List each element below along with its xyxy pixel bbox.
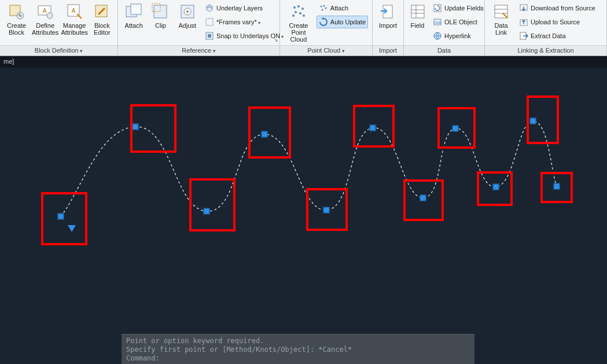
spline-grip[interactable] — [493, 184, 499, 190]
frames-vary-button[interactable]: *Frames vary* — [203, 16, 275, 28]
reference-dialog-launcher[interactable]: ↘ — [274, 37, 278, 43]
spline-grip[interactable] — [204, 208, 210, 215]
auto-update-button[interactable]: Auto Update — [317, 16, 368, 28]
frames-vary-label: *Frames vary* — [216, 19, 260, 25]
panel-title-reference[interactable]: Reference — [182, 47, 215, 54]
svg-point-27 — [323, 5, 325, 7]
underlay-layers-button[interactable]: Underlay Layers — [203, 2, 275, 14]
data-link-label: DataLink — [494, 22, 507, 36]
adjust-button[interactable]: Adjust — [174, 1, 201, 45]
auto-update-icon — [319, 17, 328, 27]
attach-button[interactable]: Attach — [120, 1, 147, 45]
snap-underlays-button[interactable]: Snap to Underlays ON — [203, 30, 275, 42]
panel-block-definition: ✎ CreateBlock A DefineAttributes A Manag… — [0, 0, 118, 56]
define-attributes-label: DefineAttributes — [32, 22, 58, 36]
svg-point-5 — [47, 13, 53, 19]
spline-grip[interactable] — [370, 125, 376, 131]
panel-title-data: Data — [437, 47, 451, 54]
hyperlink-icon — [433, 31, 442, 41]
pc-attach-label: Attach — [330, 5, 348, 12]
panel-linking: DataLink Download from Source Upload to … — [485, 0, 607, 56]
update-fields-button[interactable]: Update Fields — [431, 2, 480, 14]
create-point-cloud-label: CreatePoint Cloud — [284, 22, 314, 43]
update-fields-label: Update Fields — [444, 5, 484, 12]
svg-point-23 — [299, 12, 301, 14]
underlay-layers-icon — [205, 3, 214, 13]
ole-object-button[interactable]: OLE OLE Object — [431, 16, 480, 28]
cmd-history-1: Point or option keyword required. — [126, 337, 470, 345]
create-point-cloud-button[interactable]: CreatePoint Cloud — [282, 1, 315, 45]
hyperlink-button[interactable]: Hyperlink — [431, 30, 480, 42]
manage-attributes-label: ManageAttributes — [61, 22, 87, 36]
spline-grip[interactable] — [133, 124, 139, 130]
svg-point-20 — [297, 5, 300, 8]
drawing-tab-label: me] — [3, 58, 14, 65]
field-label: Field — [411, 22, 425, 29]
download-icon — [519, 3, 528, 13]
hyperlink-label: Hyperlink — [444, 32, 471, 39]
clip-button[interactable]: Clip — [147, 1, 174, 45]
data-link-icon — [492, 2, 510, 21]
field-icon — [409, 2, 427, 21]
import-icon — [379, 2, 398, 21]
create-block-button[interactable]: ✎ CreateBlock — [2, 1, 31, 45]
panel-title-linking: Linking & Extraction — [517, 47, 573, 54]
upload-icon — [519, 17, 528, 27]
adjust-icon — [178, 2, 197, 21]
import-label: Import — [379, 22, 397, 29]
field-button[interactable]: Field — [406, 1, 429, 45]
manage-attributes-icon: A — [65, 2, 84, 21]
drawing-canvas[interactable] — [0, 68, 607, 364]
spline-grip[interactable] — [420, 195, 426, 201]
drawing-tab[interactable]: me] — [0, 56, 607, 68]
annotation-box — [248, 106, 291, 159]
svg-rect-16 — [206, 19, 213, 25]
spline-grip[interactable] — [262, 131, 268, 138]
panel-title-block-def[interactable]: Block Definition — [35, 47, 83, 54]
create-block-icon: ✎ — [7, 2, 25, 21]
extract-data-label: Extract Data — [531, 32, 566, 39]
command-line[interactable]: Point or option keyword required. Specif… — [122, 334, 474, 364]
spline-grip[interactable] — [453, 126, 459, 132]
spline-grip[interactable] — [323, 207, 330, 214]
create-point-cloud-icon — [289, 2, 308, 21]
svg-rect-10 — [131, 4, 141, 14]
svg-point-25 — [292, 14, 295, 17]
underlay-layers-label: Underlay Layers — [216, 5, 263, 12]
import-button[interactable]: Import — [375, 1, 401, 45]
svg-point-29 — [321, 9, 323, 11]
block-editor-button[interactable]: BlockEditor — [89, 1, 115, 45]
block-editor-icon — [93, 2, 111, 21]
frames-icon — [205, 17, 214, 27]
create-block-label: CreateBlock — [7, 22, 26, 36]
svg-point-21 — [301, 8, 304, 10]
panel-title-point-cloud[interactable]: Point Cloud — [307, 47, 344, 54]
extract-data-button[interactable]: Extract Data — [517, 30, 600, 42]
svg-point-26 — [320, 6, 322, 8]
pc-attach-icon — [319, 3, 328, 13]
define-attributes-button[interactable]: A DefineAttributes — [31, 1, 60, 45]
data-link-button[interactable]: DataLink — [487, 1, 515, 45]
cmd-prompt: Command: — [126, 354, 470, 363]
svg-rect-18 — [208, 34, 211, 38]
svg-text:OLE: OLE — [434, 21, 441, 24]
spline-grip[interactable] — [58, 214, 64, 220]
spline-curve — [0, 68, 607, 364]
svg-point-28 — [325, 8, 326, 9]
define-attributes-icon: A — [36, 2, 54, 21]
ole-object-icon: OLE — [433, 17, 442, 27]
manage-attributes-button[interactable]: A ManageAttributes — [60, 1, 89, 45]
annotation-box — [189, 178, 236, 231]
snap-underlays-icon — [205, 31, 214, 41]
spline-start-marker[interactable] — [68, 225, 76, 232]
cmd-history-2: Specify first point or [Method/Knots/Obj… — [126, 345, 470, 354]
download-source-button[interactable]: Download from Source — [517, 2, 600, 14]
spline-grip[interactable] — [554, 183, 560, 190]
panel-point-cloud: CreatePoint Cloud Attach Auto Update Poi… — [280, 0, 373, 56]
spline-grip[interactable] — [530, 118, 536, 124]
pc-attach-button[interactable]: Attach — [317, 2, 368, 14]
svg-point-24 — [303, 14, 305, 17]
upload-label: Upload to Source — [531, 19, 580, 25]
upload-source-button[interactable]: Upload to Source — [517, 16, 600, 28]
extract-data-icon — [519, 31, 528, 41]
